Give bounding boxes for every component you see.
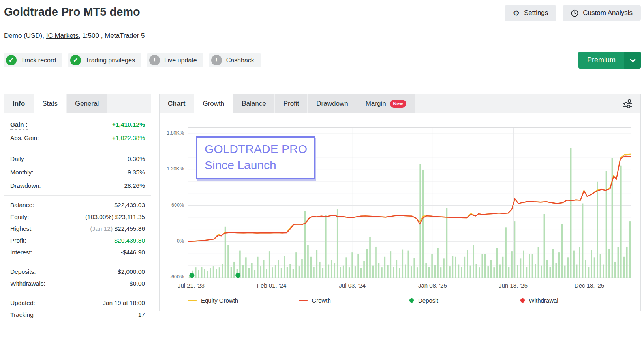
premium-button[interactable]: Premium [578, 52, 641, 69]
volume-bar [334, 263, 335, 278]
custom-analysis-button[interactable]: Custom Analysis [563, 5, 641, 21]
stat-value-text: Jan 19 at 18:00 [103, 299, 145, 306]
stat-value: 0.30% [128, 155, 145, 163]
account-subtitle: Demo (USD), IC Markets, 1:500 , MetaTrad… [4, 32, 641, 40]
stat-label: Drawdown: [10, 182, 41, 189]
volume-bar [591, 250, 592, 278]
volume-bar [499, 265, 501, 278]
stat-row-drawdown: Drawdown:28.26% [4, 180, 151, 192]
volume-bar [366, 249, 368, 278]
legend-label: Deposit [418, 297, 438, 304]
page: Goldtrade Pro MT5 demo ⚙ Settings Custom… [0, 0, 644, 327]
chart-tab-profit[interactable]: Profit [275, 94, 308, 113]
settings-button[interactable]: ⚙ Settings [505, 5, 556, 21]
volume-bar [576, 265, 578, 278]
stat-label: Daily [10, 155, 24, 164]
subtitle-prefix: Demo (USD), [4, 32, 46, 39]
stat-value-text: $2,000.00 [118, 268, 145, 275]
x-tick-label: Dec 18, '25 [575, 282, 604, 289]
volume-bar [597, 182, 598, 278]
volume-bar [313, 267, 315, 278]
volume-bar [535, 264, 536, 278]
chevron-down-icon [624, 52, 641, 69]
volume-bar [579, 247, 580, 278]
stat-value: -$446.90 [121, 249, 145, 256]
plot-area[interactable]: GOLDTRADE PRO Since Launch [188, 127, 631, 277]
volume-bar [233, 262, 235, 278]
volume-bar [582, 204, 584, 278]
x-tick-label: Jun 13, '25 [499, 282, 528, 289]
volume-bar [260, 266, 261, 278]
volume-bar [345, 257, 347, 278]
volume-bar [588, 267, 590, 278]
volume-bar [278, 260, 279, 278]
volume-bar [227, 245, 229, 278]
tab-general[interactable]: General [67, 94, 107, 113]
volume-bar [464, 257, 466, 278]
stat-value: $0.00 [130, 280, 145, 287]
chart-card: ChartGrowthBalanceProfitDrawdownMarginNe… [159, 94, 641, 311]
volume-bar [378, 263, 380, 278]
volume-bar [381, 267, 383, 278]
volume-bar [304, 211, 306, 278]
volume-bar [201, 267, 203, 278]
volume-bar [301, 259, 303, 278]
volume-bar [299, 266, 300, 278]
stat-label: Abs. Gain: [10, 135, 39, 143]
volume-bar [337, 209, 338, 278]
legend-line-swatch [299, 300, 308, 301]
badges-row: ✓Track record✓Trading privileges!Live up… [4, 52, 641, 69]
x-tick-label: Jan 08, '25 [418, 282, 447, 289]
stat-value: +1,410.12% [112, 121, 145, 128]
stat-row-monthly: Monthly:9.35% [4, 166, 151, 180]
volume-bar [600, 254, 601, 278]
chart-tab-balance[interactable]: Balance [233, 94, 274, 113]
volume-bar [222, 264, 223, 278]
volume-bar [413, 258, 415, 278]
stat-value: 17 [138, 311, 145, 318]
volume-bar [561, 224, 563, 278]
chart-tab-drawdown[interactable]: Drawdown [308, 94, 356, 113]
chart-tab-growth[interactable]: Growth [194, 94, 233, 113]
stat-group: Deposits:$2,000.00Withdrawals:$0.00 [4, 262, 151, 291]
stat-value-text: 9.35% [128, 169, 145, 176]
chart-tab-chart[interactable]: Chart [160, 94, 193, 113]
volume-bar [231, 267, 232, 278]
volume-bar [555, 263, 557, 278]
volume-bar [198, 270, 199, 278]
status-badges: ✓Track record✓Trading privileges!Live up… [4, 53, 261, 67]
chart-tab-margin[interactable]: MarginNew [357, 94, 415, 113]
stat-value-text: -$446.90 [121, 249, 145, 256]
main-content: InfoStatsGeneral Gain :+1,410.12%Abs. Ga… [4, 94, 641, 327]
volume-bar [626, 247, 628, 278]
stat-row-updated: Updated:Jan 19 at 18:00 [4, 297, 151, 309]
tab-label: Info [13, 100, 25, 108]
stat-label: Tracking [10, 311, 34, 318]
stats-body: Gain :+1,410.12%Abs. Gain:+1,022.38%Dail… [4, 113, 151, 327]
y-tick-label: 1.80K% [167, 130, 184, 136]
tab-info[interactable]: Info [4, 94, 33, 113]
volume-bar [529, 254, 530, 278]
volume-bar [325, 215, 327, 278]
stat-label: Gain : [10, 121, 28, 130]
volume-bar [254, 270, 256, 278]
tab-stats[interactable]: Stats [34, 94, 66, 113]
y-axis: 1.80K%1.20K%600%0%-600% [164, 127, 185, 277]
filter-icon[interactable] [622, 94, 640, 113]
volume-bar [505, 227, 507, 278]
legend-item-equity-growth: Equity Growth [188, 297, 299, 304]
stat-row-highest: Highest:(Jan 12) $22,455.86 [4, 223, 151, 235]
stat-group: Updated:Jan 19 at 18:00Tracking17 [4, 293, 151, 322]
volume-bar [461, 267, 462, 278]
stat-value-text: +1,410.12% [112, 121, 145, 128]
volume-bar [544, 214, 545, 278]
volume-bar [564, 266, 566, 278]
stat-value-text: 17 [138, 311, 145, 318]
volume-bar [606, 171, 607, 278]
volume-bar [340, 267, 341, 278]
broker-link[interactable]: IC Markets [46, 32, 79, 39]
volume-bar [567, 257, 569, 278]
stat-group: Gain :+1,410.12%Abs. Gain:+1,022.38% [4, 117, 151, 147]
tab-label: Drawdown [316, 100, 348, 108]
volume-bar [608, 249, 610, 278]
